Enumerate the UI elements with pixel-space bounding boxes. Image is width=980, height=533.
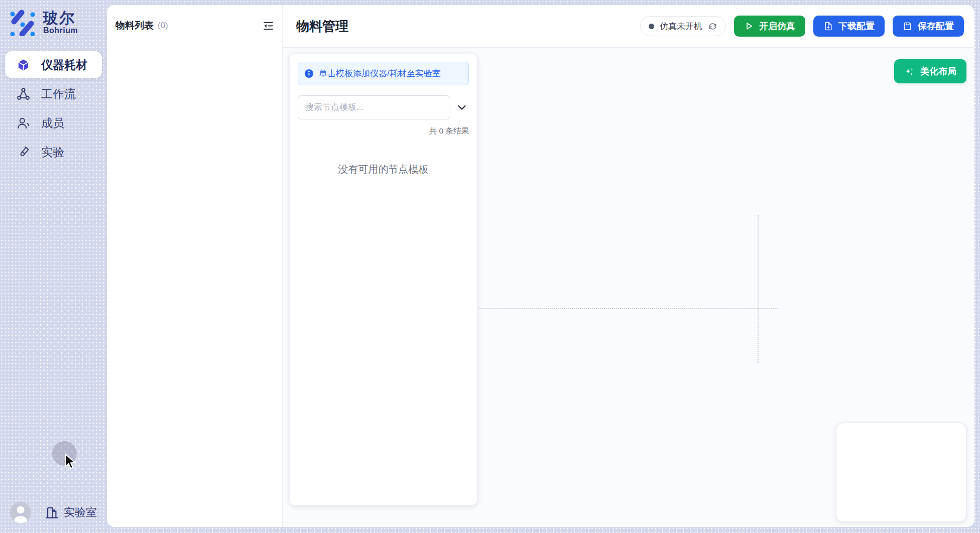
sidebar-item-label: 成员 [41, 115, 64, 131]
info-icon [304, 69, 314, 78]
sidebar-item-instruments[interactable]: 仪器耗材 [5, 51, 102, 78]
page-title: 物料管理 [296, 18, 348, 35]
simulation-status-text: 仿真未开机 [660, 21, 702, 32]
sidebar-item-label: 工作流 [41, 86, 76, 102]
cube-icon [17, 58, 30, 72]
sidebar-nav: 仪器耗材 工作流 成员 [0, 51, 107, 166]
sidebar-item-workflow[interactable]: 工作流 [5, 80, 102, 107]
building-icon [45, 506, 59, 519]
workflow-icon [17, 87, 30, 101]
sidebar-item-label: 仪器耗材 [41, 57, 87, 73]
save-config-button[interactable]: 保存配置 [893, 16, 964, 37]
collapse-panel-button[interactable] [262, 20, 274, 32]
menu-fold-icon [263, 20, 274, 32]
file-download-icon [823, 21, 833, 31]
sidebar-item-label: 实验 [41, 145, 64, 160]
beautify-layout-button[interactable]: 美化布局 [894, 59, 966, 83]
start-simulation-button[interactable]: 开启仿真 [734, 16, 805, 37]
template-empty-state: 没有可用的节点模板 [298, 163, 469, 176]
canvas-guide-line-horizontal [479, 308, 778, 309]
simulation-status-pill: 仿真未开机 [640, 16, 726, 36]
download-config-label: 下载配置 [838, 20, 875, 32]
save-config-label: 保存配置 [918, 20, 954, 32]
members-icon [17, 116, 30, 130]
flow-canvas[interactable]: 单击模板添加仪器/耗材至实验室 共 0 条结果 没有可用的节点模板 [283, 48, 974, 527]
mouse-cursor [63, 453, 76, 470]
workspace-switcher[interactable]: 实验室 [10, 502, 97, 523]
sidebar-item-members[interactable]: 成员 [5, 109, 102, 137]
sidebar-item-experiments[interactable]: 实验 [5, 139, 102, 166]
material-list-panel: 物料列表 (0) [107, 5, 283, 527]
play-icon [744, 21, 754, 31]
start-simulation-label: 开启仿真 [759, 20, 795, 32]
download-config-button[interactable]: 下载配置 [813, 16, 885, 37]
collapse-palette-button[interactable] [455, 100, 469, 114]
canvas-guide-line-vertical [758, 215, 759, 363]
app-container: 物料列表 (0) 物料管理 仿真未开机 [107, 5, 974, 527]
palette-search-row [298, 95, 469, 119]
avatar-person-icon [10, 502, 31, 523]
brand-name-cn: 玻尔 [43, 10, 78, 26]
template-search-input[interactable] [298, 95, 450, 119]
main-column: 物料管理 仿真未开机 开启仿真 [283, 5, 974, 527]
template-result-count: 共 0 条结果 [298, 126, 469, 137]
refresh-icon[interactable] [708, 22, 717, 31]
sidebar: 玻尔 Bohrium 仪器耗材 工作流 [0, 0, 107, 533]
workspace-label: 实验室 [64, 505, 97, 520]
chevron-down-icon [456, 101, 468, 113]
avatar[interactable] [10, 502, 31, 523]
test-tube-icon [17, 146, 30, 159]
save-icon [903, 21, 913, 31]
topbar: 物料管理 仿真未开机 开启仿真 [283, 5, 974, 48]
canvas-minimap[interactable] [836, 423, 966, 522]
node-template-palette: 单击模板添加仪器/耗材至实验室 共 0 条结果 没有可用的节点模板 [290, 54, 477, 505]
status-dot-icon [649, 24, 654, 29]
brand-name-en: Bohrium [43, 26, 78, 35]
brand-logo: 玻尔 Bohrium [0, 0, 107, 36]
bohrium-logo-icon [9, 8, 37, 36]
material-list-count: (0) [158, 21, 168, 31]
sparkles-icon [904, 66, 915, 77]
material-list-title: 物料列表 [115, 19, 154, 32]
palette-hint-banner: 单击模板添加仪器/耗材至实验室 [298, 62, 469, 85]
topbar-actions: 仿真未开机 开启仿真 [640, 16, 964, 37]
palette-hint-text: 单击模板添加仪器/耗材至实验室 [319, 68, 441, 79]
beautify-layout-label: 美化布局 [920, 65, 956, 77]
